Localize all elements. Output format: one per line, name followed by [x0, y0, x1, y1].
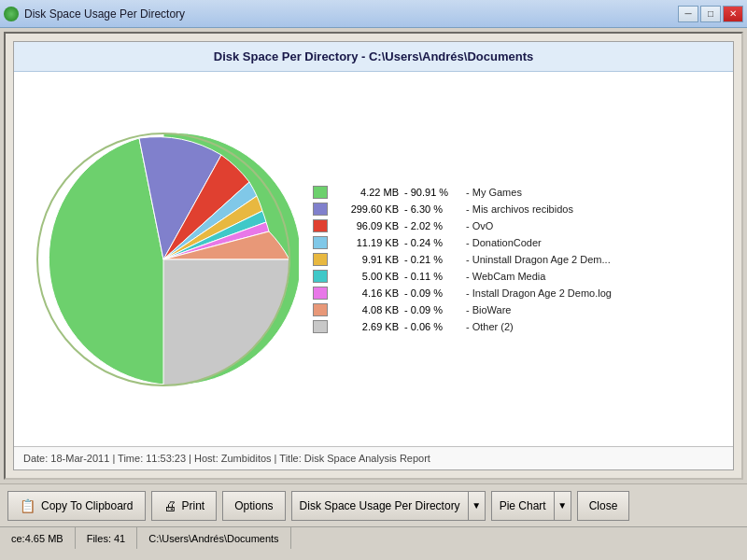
status-path: C:\Users\Andrés\Documents	[137, 527, 290, 549]
legend-size: 4.22 MB	[333, 187, 399, 198]
legend-size: 4.16 KB	[333, 287, 399, 299]
legend-item: 4.08 KB- 0.09 %- BioWare	[313, 303, 724, 316]
legend-pct: - 2.02 %	[404, 220, 460, 231]
report-type-label: Disk Space Usage Per Directory	[292, 492, 468, 520]
legend-item: 9.91 KB- 0.21 %- Uninstall Dragon Age 2 …	[313, 253, 724, 266]
legend-item: 11.19 KB- 0.24 %- DonationCoder	[313, 236, 724, 249]
pie-chart-area	[23, 81, 303, 437]
dropdown-arrow-icon[interactable]: ▼	[468, 492, 485, 520]
legend-name: - Install Dragon Age 2 Demo.log	[466, 287, 612, 299]
print-label: Print	[182, 499, 205, 512]
legend-name: - DonationCoder	[466, 237, 542, 248]
legend-area: 4.22 MB- 90.91 %- My Games299.60 KB- 6.3…	[303, 81, 724, 437]
legend-item: 2.69 KB- 0.06 %- Other (2)	[313, 320, 724, 333]
chart-content: 4.22 MB- 90.91 %- My Games299.60 KB- 6.3…	[14, 72, 733, 446]
title-bar-controls: ─ □ ✕	[678, 6, 743, 22]
copy-icon: 📋	[20, 498, 35, 513]
legend-size: 299.60 KB	[333, 203, 399, 215]
legend-name: - Other (2)	[466, 321, 514, 332]
chart-title: Disk Space Per Directory - C:\Users\Andr…	[14, 42, 733, 72]
legend-pct: - 0.09 %	[404, 304, 460, 315]
close-label: Close	[589, 499, 618, 512]
legend-name: - WebCam Media	[466, 271, 545, 282]
pie-chart-svg	[28, 115, 299, 404]
legend-color-swatch	[313, 253, 328, 266]
legend-size: 96.09 KB	[333, 220, 399, 231]
legend-name: - BioWare	[466, 304, 512, 315]
options-label: Options	[234, 499, 273, 512]
chart-type-label: Pie Chart	[492, 492, 554, 520]
legend-color-swatch	[313, 203, 328, 216]
legend-pct: - 0.21 %	[404, 254, 460, 265]
legend-item: 5.00 KB- 0.11 %- WebCam Media	[313, 270, 724, 283]
options-button[interactable]: Options	[222, 491, 285, 521]
legend-name: - Mis archivos recibidos	[466, 203, 573, 215]
copy-label: Copy To Clipboard	[41, 499, 134, 512]
legend-color-swatch	[313, 320, 328, 333]
legend-item: 299.60 KB- 6.30 %- Mis archivos recibido…	[313, 203, 724, 216]
legend-item: 4.16 KB- 0.09 %- Install Dragon Age 2 De…	[313, 287, 724, 300]
copy-to-clipboard-button[interactable]: 📋 Copy To Clipboard	[7, 491, 146, 521]
legend-color-swatch	[313, 287, 328, 300]
print-icon: 🖨	[163, 498, 176, 513]
legend-name: - Uninstall Dragon Age 2 Dem...	[466, 254, 611, 265]
size-label: ce:	[11, 533, 25, 544]
legend-name: - OvO	[466, 220, 493, 231]
size-value: 4.65 MB	[25, 533, 63, 544]
report-type-dropdown[interactable]: Disk Space Usage Per Directory ▼	[291, 491, 486, 521]
chart-panel: Disk Space Per Directory - C:\Users\Andr…	[13, 41, 734, 470]
legend-size: 4.08 KB	[333, 304, 399, 315]
status-size: ce: 4.65 MB	[0, 527, 76, 549]
legend-pct: - 0.09 %	[404, 287, 460, 299]
legend-item: 96.09 KB- 2.02 %- OvO	[313, 219, 724, 232]
print-button[interactable]: 🖨 Print	[151, 491, 218, 521]
legend-size: 5.00 KB	[333, 271, 399, 282]
title-bar-left: Disk Space Usage Per Directory	[4, 7, 185, 21]
legend-color-swatch	[313, 186, 328, 199]
chart-type-dropdown[interactable]: Pie Chart ▼	[491, 491, 571, 521]
legend-pct: - 0.24 %	[404, 237, 460, 248]
legend-pct: - 0.06 %	[404, 321, 460, 332]
title-bar: Disk Space Usage Per Directory ─ □ ✕	[0, 0, 747, 28]
maximize-button[interactable]: □	[700, 6, 721, 22]
legend-color-swatch	[313, 270, 328, 283]
legend-pct: - 0.11 %	[404, 271, 460, 282]
pie-slice-8	[163, 259, 289, 385]
status-bar: ce: 4.65 MB Files: 41 C:\Users\Andrés\Do…	[0, 526, 747, 549]
toolbar: 📋 Copy To Clipboard 🖨 Print Options Disk…	[0, 483, 747, 526]
chart-footer: Date: 18-Mar-2011 | Time: 11:53:23 | Hos…	[14, 446, 733, 469]
legend-color-swatch	[313, 303, 328, 316]
close-button[interactable]: Close	[577, 491, 630, 521]
app-icon	[4, 7, 19, 21]
legend-size: 9.91 KB	[333, 254, 399, 265]
legend-size: 2.69 KB	[333, 321, 399, 332]
chart-type-arrow-icon[interactable]: ▼	[554, 492, 571, 520]
legend-pct: - 90.91 %	[404, 187, 460, 198]
minimize-button[interactable]: ─	[678, 6, 698, 22]
legend-pct: - 6.30 %	[404, 203, 460, 215]
legend-size: 11.19 KB	[333, 237, 399, 248]
status-files: Files: 41	[76, 527, 138, 549]
main-window: Disk Space Per Directory - C:\Users\Andr…	[4, 32, 743, 480]
legend-name: - My Games	[466, 187, 522, 198]
legend-item: 4.22 MB- 90.91 %- My Games	[313, 186, 724, 199]
window-title: Disk Space Usage Per Directory	[24, 7, 185, 21]
legend-color-swatch	[313, 236, 328, 249]
window-close-button[interactable]: ✕	[723, 6, 743, 22]
legend-color-swatch	[313, 219, 328, 232]
